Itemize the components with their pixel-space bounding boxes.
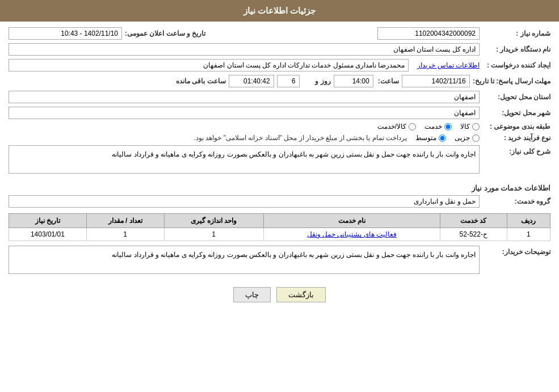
- mohlatBaqi-value: 01:40:42: [229, 75, 274, 87]
- ettelaat-link[interactable]: اطلاعات تماس خریدار: [417, 61, 480, 69]
- print-button[interactable]: چاپ: [233, 287, 271, 302]
- tabebandi-group: کالا خدمت کالا/خدمت: [377, 123, 480, 130]
- namDastgah-value: اداره کل پست استان اصفهان: [9, 43, 480, 56]
- tabebandi-kala-khedmat[interactable]: کالا/خدمت: [377, 123, 416, 130]
- mohlatIrsal-label: مهلت ارسال پاسخ: تا تاریخ:: [473, 77, 550, 85]
- noeFarayand-motavaset[interactable]: متوسط: [415, 134, 446, 142]
- namDastgah-label: نام دستگاه خریدار :: [482, 45, 550, 53]
- ijadKonande-label: ایجاد کننده درخواست :: [482, 61, 550, 69]
- ijadKonande-value: محمدرضا نامداری مسئول خدمات تداركات ادار…: [9, 59, 409, 71]
- tabebandi-kala[interactable]: کالا: [460, 123, 480, 130]
- col-namKhadamat: نام خدمت: [263, 214, 440, 228]
- services-table: ردیف کد خدمت نام خدمت واحد اندازه گیری ت…: [9, 213, 550, 241]
- tarikh-value: 1402/11/10 - 10:43: [9, 27, 122, 40]
- shomareNiaz-value: 1102004342000092: [377, 27, 480, 40]
- sharhKolli-label: شرح کلی نیاز:: [482, 145, 550, 155]
- noeFarayand-group: جزیی متوسط: [415, 134, 480, 142]
- sharhKolli-value: اجاره وانت بار با راننده جهت حمل و نقل ب…: [9, 145, 480, 174]
- back-button[interactable]: بازگشت: [276, 287, 326, 302]
- mohlatSaat-value: 14:00: [334, 75, 373, 87]
- col-tedadMeqdar: تعداد / مقدار: [86, 214, 164, 228]
- ostanTahvil-value: اصفهان: [9, 91, 480, 103]
- cell-vahedAndaze: 1: [164, 228, 263, 241]
- mohlatSaat-label: ساعت:: [376, 77, 399, 85]
- col-kodKhadamat: کد خدمت: [440, 214, 507, 228]
- grohKhadamat-value: حمل و نقل و انبارداری: [9, 195, 480, 208]
- توضیحات-label: توضیحات خریدار:: [482, 246, 550, 256]
- col-tarikhNiaz: تاریخ نیاز: [9, 214, 87, 228]
- mohlatBaqi-label: ساعت باقی مانده: [175, 77, 226, 85]
- shahrTahvil-label: شهر محل تحویل:: [482, 109, 550, 117]
- cell-tarikhNiaz: 1403/01/01: [9, 228, 87, 241]
- cell-namKhadamat[interactable]: فعالیت های پشتیبانی حمل ونقل: [263, 228, 440, 241]
- ostanTahvil-label: استان محل تحویل:: [482, 93, 550, 101]
- noeFarayand-jozi[interactable]: جزیی: [455, 134, 480, 142]
- ettelaatKhadamat-title: اطلاعات خدمات مورد نیاز: [9, 184, 550, 192]
- shahrTahvil-value: اصفهان: [9, 107, 480, 119]
- mohlatRoz-label: روز و: [302, 77, 331, 85]
- col-radif: ردیف: [507, 214, 550, 228]
- table-row: 1 ح-522-52 فعالیت های پشتیبانی حمل ونقل …: [9, 228, 550, 241]
- cell-kodKhadamat: ح-522-52: [440, 228, 507, 241]
- page-title: جزئیات اطلاعات نیاز: [0, 0, 559, 22]
- col-vahedAndaze: واحد اندازه گیری: [164, 214, 263, 228]
- tarikh-label: تاریخ و ساعت اعلان عمومی:: [125, 29, 205, 37]
- mohlatDate-value: 1402/11/16: [402, 75, 470, 87]
- buttons-row: بازگشت چاپ: [9, 287, 550, 302]
- mohlatRoz-value: 6: [277, 75, 300, 87]
- توضیحات-value: اجاره وانت بار با راننده جهت حمل و نقل ب…: [9, 246, 480, 274]
- shomareNiaz-label: شماره نیاز :: [482, 29, 550, 37]
- cell-radif: 1: [507, 228, 550, 241]
- noeFarayand-note: پرداخت تمام یا بخشی از مبلغ خریدار از مح…: [194, 134, 407, 142]
- tabebandi-khedmat[interactable]: خدمت: [424, 123, 452, 130]
- tabebandi-label: طبقه بندی موضوعی :: [482, 123, 550, 130]
- grohKhadamat-label: گروه خدمت:: [482, 197, 550, 205]
- cell-tedadMeqdar: 1: [86, 228, 164, 241]
- noeFarayand-label: نوع فرآیند خرید :: [482, 134, 550, 142]
